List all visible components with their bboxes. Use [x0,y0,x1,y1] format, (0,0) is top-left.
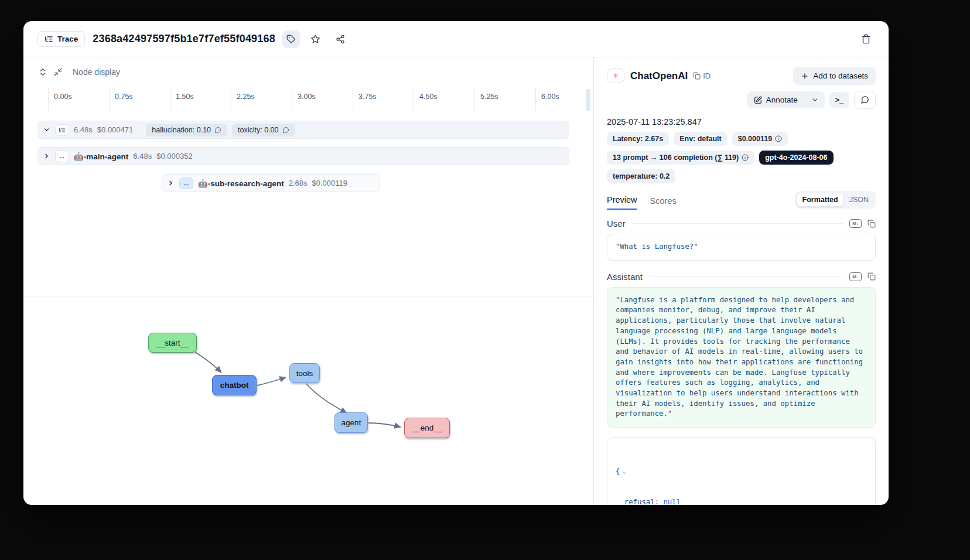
model-badge[interactable]: gpt-4o-2024-08-06 [759,151,833,165]
user-message: "What is Langfuse?" [607,234,876,261]
tick-label: 2.25s [237,93,255,101]
share-button[interactable] [332,30,349,48]
user-heading: User [607,218,626,228]
span-row-sub-research-agent[interactable]: ↔ 🤖-sub-research-agent 2.68s $0.000119 [162,174,380,192]
playground-button[interactable]: >_ [829,92,849,108]
graph-node-start[interactable]: __start__ [148,333,197,353]
observation-panel: ✳ ChatOpenAI ID Add to datasets [593,57,889,505]
plus-icon [801,72,809,80]
chevron-right-icon[interactable] [167,179,175,187]
comment-icon [282,127,289,134]
chevron-down-icon[interactable] [43,126,50,134]
chevron-right-icon[interactable] [43,152,50,160]
trace-header: Trace 2368a42497597f5b1e7f7ef55f049168 [23,21,889,57]
graph-edges [23,296,593,505]
info-icon [775,135,782,142]
collapse-all-button[interactable] [50,64,66,80]
format-option-json[interactable]: JSON [844,193,874,206]
assistant-heading: Assistant [607,272,643,282]
time-axis: 0.00s 0.75s 1.50s 2.25s 3.00s 3.75s 4.50… [23,87,593,112]
tag-button[interactable] [282,30,300,48]
graph-node-agent[interactable]: agent [334,412,368,433]
app-window: Trace 2368a42497597f5b1e7f7ef55f049168 [23,21,889,505]
add-to-datasets-button[interactable]: Add to datasets [793,67,876,85]
cost-badge[interactable]: $0.000119 [732,132,788,146]
generation-icon: ✳ [607,69,624,83]
annotate-button-group: Annotate [747,91,825,108]
temperature-badge: temperature: 0.2 [607,169,675,183]
message-icon [860,95,869,104]
edit-icon [754,96,762,104]
copy-id-button[interactable]: ID [693,71,711,80]
timeline-toolbar: Node display Timeline [23,57,593,87]
trace-label: Trace [57,35,78,43]
trace-cost: $0.000471 [97,125,133,134]
trace-duration: 6.48s [74,125,93,134]
copy-user-button[interactable] [867,220,876,228]
fold-chevron-icon[interactable]: ⌄ [622,467,626,475]
user-section-header: User M↓ [607,218,876,228]
star-icon [310,34,320,44]
timeline-panel: Node display Timeline 0.00s 0.75s [23,57,593,505]
tick-label: 4.50s [419,93,438,101]
terminal-icon: >_ [835,96,843,104]
tab-preview[interactable]: Preview [607,195,637,210]
chevrons-up-down-icon [38,67,47,77]
latency-badge: Latency: 2.67s [607,132,669,146]
tab-scores[interactable]: Scores [650,196,677,210]
agent-graph: __start__ chatbot tools agent __end__ [23,296,593,505]
span-name: 🤖-main-agent [74,152,128,161]
expand-all-button[interactable] [35,64,50,80]
comment-icon [214,127,221,134]
assistant-message: "Langfuse is a platform designed to help… [607,287,876,428]
detail-tabs: Preview Scores Formatted JSON [607,191,876,210]
delete-trace-button[interactable] [857,30,875,48]
span-cost: $0.000119 [312,179,347,187]
markdown-icon[interactable]: M↓ [849,219,862,228]
copy-assistant-button[interactable] [867,272,876,281]
id-label: ID [703,71,711,80]
tick-label: 0.00s [54,93,72,101]
output-json-box: {⌄ refusal: null } [607,437,876,505]
tick-label: 5.25s [480,93,498,101]
span-duration: 6.48s [133,152,152,161]
star-button[interactable] [307,30,325,48]
trace-id: 2368a42497597f5b1e7f7ef55f049168 [93,33,275,45]
trash-icon [861,34,871,44]
annotate-button[interactable]: Annotate [747,91,805,108]
observation-badges: Latency: 2.67s Env: default $0.000119 13… [607,132,859,183]
graph-node-end[interactable]: __end__ [404,418,450,438]
span-icon: ↔ [55,151,69,162]
node-display-label: Node display [73,67,120,77]
json-key: refusal: [624,498,659,505]
trace-type-badge: Trace [37,31,85,47]
tick-label: 3.00s [298,93,316,101]
format-option-formatted[interactable]: Formatted [797,193,844,207]
span-name: 🤖-sub-research-agent [198,179,284,188]
assistant-section-header: Assistant M↓ [607,272,876,282]
chevron-down-icon [811,96,819,104]
tick-label: 1.50s [176,93,194,101]
span-icon: ↔ [179,177,193,189]
graph-node-chatbot[interactable]: chatbot [212,375,257,395]
trace-row-root[interactable]: 6.48s $0.000471 hallucination: 0.10 toxi… [37,121,569,139]
info-icon [742,154,749,161]
copy-icon [867,220,876,228]
markdown-icon[interactable]: M↓ [849,272,862,281]
token-usage-badge[interactable]: 13 prompt → 106 completion (∑ 119) [607,151,754,165]
span-duration: 2.68s [289,179,308,187]
collapse-icon [53,67,63,77]
observation-title: ChatOpenAI [630,70,688,82]
score-hallucination[interactable]: hallucination: 0.10 [146,124,227,136]
format-toggle: Formatted JSON [795,191,876,209]
span-row-main-agent[interactable]: ↔ 🤖-main-agent 6.48s $0.000352 [37,147,569,165]
copy-icon [693,72,701,80]
annotate-dropdown-button[interactable] [805,91,825,108]
scrollbar-thumb[interactable] [586,89,590,111]
json-value: null [663,498,681,505]
list-tree-icon [45,35,53,43]
score-toxicity[interactable]: toxicity: 0.00 [232,124,295,136]
graph-node-tools[interactable]: tools [289,363,320,383]
observation-timestamp: 2025-07-11 13:23:25.847 [607,117,876,127]
comments-button[interactable] [854,91,876,109]
